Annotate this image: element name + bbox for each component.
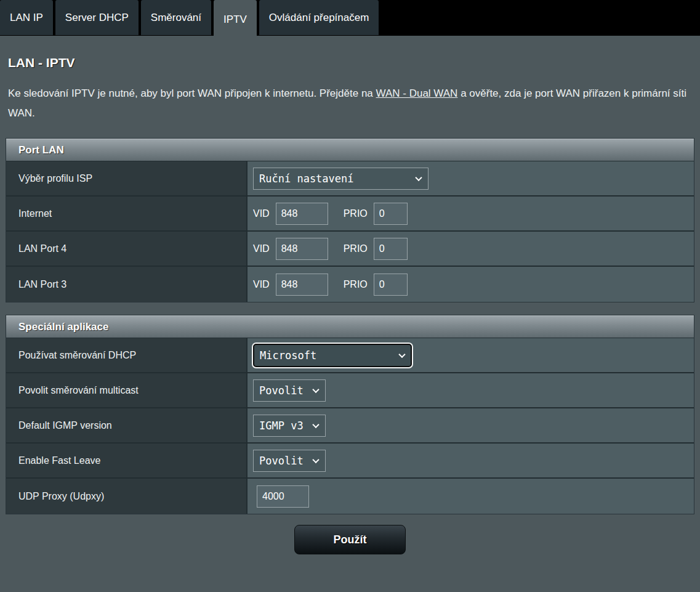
udp-proxy-row: UDP Proxy (Udpxy) bbox=[6, 479, 694, 514]
fast-leave-select[interactable]: Povolit bbox=[253, 450, 326, 472]
special-applications-table: Speciální aplikace Používat směrování DH… bbox=[6, 315, 694, 514]
multicast-routing-label: Povolit směrování multicast bbox=[6, 373, 247, 407]
lan-port-3-label: LAN Port 3 bbox=[6, 267, 247, 302]
page-description: Ke sledování IPTV je nutné, aby byl port… bbox=[6, 70, 694, 123]
prio-label: PRIO bbox=[344, 208, 368, 219]
igmp-version-value-cell: IGMP v3 bbox=[247, 408, 694, 442]
fast-leave-label: Enable Fast Leave bbox=[6, 444, 247, 477]
lan-port-4-row: LAN Port 4 VID PRIO bbox=[6, 232, 694, 267]
lan-port-3-row: LAN Port 3 VID PRIO bbox=[6, 267, 694, 302]
dhcp-routing-row: Používat směrování DHCP Microsoft bbox=[6, 338, 694, 373]
isp-profile-select[interactable]: Ruční nastavení bbox=[253, 168, 428, 190]
port-lan-section-header: Port LAN bbox=[6, 139, 694, 161]
special-applications-section-header: Speciální aplikace bbox=[6, 315, 694, 338]
dhcp-routing-select[interactable]: Microsoft bbox=[253, 344, 412, 367]
internet-value-cell: VID PRIO bbox=[247, 197, 694, 230]
lan-port-4-label: LAN Port 4 bbox=[6, 232, 247, 266]
internet-row: Internet VID PRIO bbox=[6, 197, 694, 232]
igmp-version-select[interactable]: IGMP v3 bbox=[253, 415, 326, 437]
tab-lan-ip[interactable]: LAN IP bbox=[0, 0, 53, 35]
wan-dual-wan-link[interactable]: WAN - Dual WAN bbox=[376, 87, 458, 99]
isp-profile-value-cell: Ruční nastavení bbox=[247, 161, 694, 195]
tab-iptv[interactable]: IPTV bbox=[214, 0, 257, 39]
tab-bar: LAN IP Server DHCP Směrování IPTV Ovládá… bbox=[0, 0, 700, 36]
lan-port-3-value-cell: VID PRIO bbox=[247, 267, 694, 302]
dhcp-routing-value-cell: Microsoft bbox=[247, 338, 694, 372]
isp-profile-row: Výběr profilu ISP Ruční nastavení bbox=[6, 161, 694, 197]
igmp-version-row: Default IGMP version IGMP v3 bbox=[6, 408, 694, 444]
description-text-before: Ke sledování IPTV je nutné, aby byl port… bbox=[8, 87, 376, 99]
lan-port-4-vid-input[interactable] bbox=[276, 238, 328, 260]
internet-prio-input[interactable] bbox=[374, 203, 408, 225]
lan-port-4-value-cell: VID PRIO bbox=[247, 232, 694, 266]
vid-label: VID bbox=[253, 243, 270, 254]
lan-port-3-vid-input[interactable] bbox=[276, 274, 328, 296]
igmp-version-label: Default IGMP version bbox=[6, 408, 247, 442]
lan-port-3-prio-input[interactable] bbox=[374, 274, 408, 296]
udp-proxy-label: UDP Proxy (Udpxy) bbox=[6, 479, 247, 514]
page-title: LAN - IPTV bbox=[6, 36, 694, 70]
prio-label: PRIO bbox=[344, 243, 368, 254]
udp-proxy-value-cell bbox=[247, 479, 694, 514]
fast-leave-value-cell: Povolit bbox=[247, 444, 694, 477]
tab-smerovani[interactable]: Směrování bbox=[141, 0, 211, 35]
vid-label: VID bbox=[253, 279, 270, 290]
fast-leave-row: Enable Fast Leave Povolit bbox=[6, 444, 694, 479]
prio-label: PRIO bbox=[344, 279, 368, 290]
multicast-routing-select[interactable]: Povolit bbox=[253, 379, 326, 402]
multicast-routing-row: Povolit směrování multicast Povolit bbox=[6, 373, 694, 408]
vid-label: VID bbox=[253, 208, 270, 219]
tab-server-dhcp[interactable]: Server DHCP bbox=[55, 0, 139, 35]
lan-port-4-prio-input[interactable] bbox=[374, 238, 408, 260]
isp-profile-label: Výběr profilu ISP bbox=[6, 161, 247, 195]
apply-button-row: Použít bbox=[6, 525, 694, 554]
udp-proxy-input[interactable] bbox=[257, 485, 309, 508]
internet-label: Internet bbox=[6, 197, 247, 230]
port-lan-table: Port LAN Výběr profilu ISP Ruční nastave… bbox=[6, 138, 694, 302]
page-content: LAN - IPTV Ke sledování IPTV je nutné, a… bbox=[0, 36, 700, 592]
dhcp-routing-label: Používat směrování DHCP bbox=[6, 338, 247, 372]
apply-button[interactable]: Použít bbox=[294, 525, 406, 554]
tab-ovladani-prepinacem[interactable]: Ovládání přepínačem bbox=[259, 0, 379, 35]
multicast-routing-value-cell: Povolit bbox=[247, 373, 694, 407]
internet-vid-input[interactable] bbox=[276, 203, 328, 225]
